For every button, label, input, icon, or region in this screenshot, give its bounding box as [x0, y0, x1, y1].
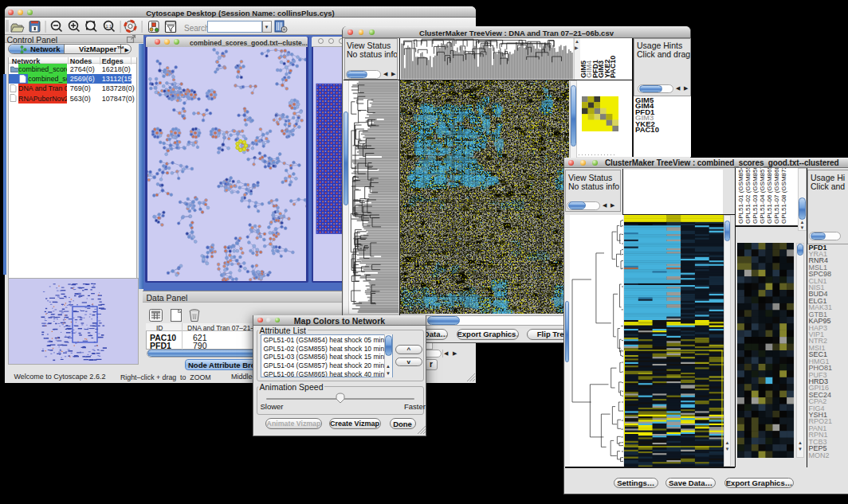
svg-text:GPL51-02 (GSM855): GPL51-02 (GSM855)	[744, 168, 752, 224]
svg-text:GPL51-01 (GSM854): GPL51-01 (GSM854)	[737, 168, 744, 224]
svg-text:1:1: 1:1	[106, 24, 112, 29]
svg-text:GPL51-06 (GSM865): GPL51-06 (GSM865)	[766, 168, 773, 224]
svg-text:PAC10: PAC10	[609, 56, 617, 78]
svg-text:GPL51-07 (GSM868): GPL51-07 (GSM868)	[773, 168, 780, 224]
svg-text:GPL51-08 (GSM872): GPL51-08 (GSM872)	[780, 168, 787, 224]
svg-text:GPL51-03 (GSM856): GPL51-03 (GSM856)	[752, 168, 759, 224]
svg-text:GPL51-04 (GSM857): GPL51-04 (GSM857)	[759, 168, 766, 224]
